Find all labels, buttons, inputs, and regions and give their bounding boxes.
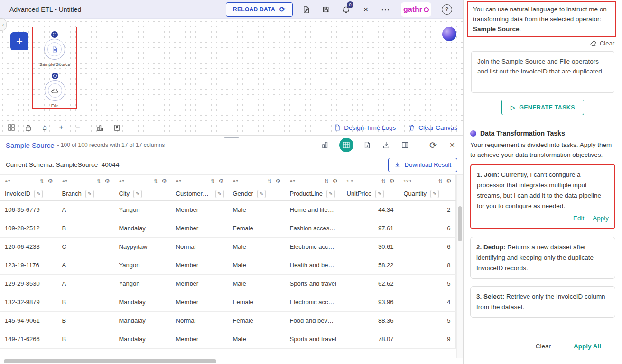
save-icon[interactable] <box>321 4 331 15</box>
edit-column-icon[interactable]: ✎ <box>34 190 43 198</box>
clear-tasks-button[interactable]: Clear <box>536 343 551 350</box>
horizontal-scrollbar-thumb[interactable] <box>4 359 216 363</box>
table-cell: Mandalay <box>114 330 171 348</box>
sort-icon[interactable]: ⇅ <box>438 178 443 184</box>
edit-column-icon[interactable]: ✎ <box>133 190 142 198</box>
edit-column-icon[interactable]: ✎ <box>430 190 439 198</box>
divider <box>419 140 419 150</box>
table-cell: Female <box>228 293 285 311</box>
add-operator-button[interactable]: + <box>10 32 28 50</box>
task-card-dedup: 2. Dedup: Returns a new dataset after id… <box>470 237 615 279</box>
help-icon[interactable]: ? <box>442 4 452 15</box>
preview-title: Sample Source <box>6 141 55 149</box>
more-options-icon[interactable]: ⋯ <box>381 4 391 15</box>
table-cell: Yangon <box>114 256 171 274</box>
table-cell: Member <box>171 219 228 237</box>
app-root: Advanced ETL - Untitled RELOAD DATA ⟳ 0 … <box>0 0 622 364</box>
download-schema-icon[interactable] <box>381 140 391 150</box>
apply-all-button[interactable]: Apply All <box>574 343 601 350</box>
download-data-icon[interactable] <box>362 140 372 150</box>
lock-icon[interactable] <box>23 123 33 132</box>
column-settings-icon[interactable]: ⚙ <box>276 178 281 184</box>
table-cell: Male <box>228 200 285 219</box>
generate-tasks-button[interactable]: ▷ GENERATE TASKS <box>501 100 584 115</box>
node-sample-source[interactable]: Sample Source <box>39 31 70 67</box>
pipeline-canvas[interactable]: ‹ + Sample Source <box>0 19 463 135</box>
zoom-out-icon[interactable]: − <box>73 123 83 132</box>
sort-icon[interactable]: ⇅ <box>211 178 215 184</box>
notifications-icon[interactable]: 0 <box>341 4 351 15</box>
intro-period: . <box>520 26 521 33</box>
document-icon <box>334 124 341 131</box>
table-cell: Member <box>171 256 228 274</box>
prompt-input[interactable]: Join the Sample Source and File operator… <box>471 51 614 93</box>
column-name: Gender <box>233 190 253 197</box>
table-cell: 9 <box>399 330 455 348</box>
task-apply-link[interactable]: Apply <box>593 213 609 224</box>
column-header: Branch✎ <box>57 187 114 200</box>
sort-icon[interactable]: ⇅ <box>381 178 386 184</box>
gathr-logo-text: gathr <box>403 5 422 14</box>
edit-column-icon[interactable]: ✎ <box>85 190 94 198</box>
close-icon[interactable]: × <box>361 4 371 15</box>
tasks-list: 1. Join: Currently, I can't configure a … <box>464 164 622 336</box>
generate-tasks-label: GENERATE TASKS <box>519 104 575 111</box>
home-icon[interactable]: ⌂ <box>40 123 49 132</box>
columns-icon[interactable] <box>400 140 410 150</box>
edit-column-icon[interactable]: ✎ <box>257 190 266 198</box>
task-edit-link[interactable]: Edit <box>573 213 584 224</box>
reload-data-button[interactable]: RELOAD DATA ⟳ <box>226 2 293 17</box>
sort-icon[interactable]: ⇅ <box>40 178 44 184</box>
task-card-select: 3. Select: Retrieve only the InvoiceID c… <box>470 286 615 318</box>
column-header-tools: 123⇅⚙ <box>399 175 455 187</box>
task-actions: Edit Apply <box>477 213 609 224</box>
clear-prompt-button[interactable]: Clear <box>464 38 622 49</box>
grid-view-icon[interactable] <box>7 123 16 132</box>
collapse-panel-tab[interactable]: ‹ <box>0 18 7 31</box>
assistant-avatar[interactable] <box>442 27 456 41</box>
chart-icon[interactable] <box>95 123 105 132</box>
horizontal-scrollbar[interactable] <box>0 358 463 364</box>
clear-canvas-link[interactable]: Clear Canvas <box>408 124 457 131</box>
table-cell: Member <box>171 330 228 348</box>
sort-icon[interactable]: ⇅ <box>154 178 158 184</box>
prompt-text: Join the Sample Source and File operator… <box>477 58 603 75</box>
table-cell: 44.34 <box>342 200 399 219</box>
column-settings-icon[interactable]: ⚙ <box>162 178 167 184</box>
zoom-in-icon[interactable]: + <box>56 123 66 132</box>
design-time-logs-link[interactable]: Design-Time Logs <box>334 124 396 131</box>
edit-document-icon[interactable] <box>301 4 311 15</box>
table-cell: Male <box>228 274 285 293</box>
column-settings-icon[interactable]: ⚙ <box>390 178 395 184</box>
column-name: InvoiceID <box>5 190 30 197</box>
preview-header: Sample Source - 100 of 100 records with … <box>0 136 463 155</box>
edit-column-icon[interactable]: ✎ <box>326 190 335 198</box>
sort-icon[interactable]: ⇅ <box>268 178 272 184</box>
table-view-icon[interactable] <box>339 138 353 152</box>
edit-column-icon[interactable]: ✎ <box>215 190 224 198</box>
bar-chart-view-icon[interactable] <box>320 140 331 150</box>
table-cell: 123-19-1176 <box>0 256 57 274</box>
edit-column-icon[interactable]: ✎ <box>375 190 384 198</box>
node-file[interactable]: File <box>45 73 65 108</box>
sort-icon[interactable]: ⇅ <box>325 178 329 184</box>
refresh-preview-icon[interactable]: ⟳ <box>428 140 438 150</box>
column-settings-icon[interactable]: ⚙ <box>333 178 338 184</box>
vertical-scrollbar-thumb[interactable] <box>458 206 462 241</box>
column-settings-icon[interactable]: ⚙ <box>219 178 224 184</box>
node-status-icon <box>51 31 58 38</box>
column-settings-icon[interactable]: ⚙ <box>105 178 110 184</box>
resize-handle[interactable] <box>224 136 239 138</box>
close-preview-icon[interactable]: × <box>447 140 457 150</box>
notes-icon[interactable] <box>112 123 121 132</box>
column-settings-icon[interactable]: ⚙ <box>48 178 53 184</box>
table-cell: 149-71-6266 <box>0 330 57 348</box>
column-settings-icon[interactable]: ⚙ <box>446 178 452 184</box>
sort-icon[interactable]: ⇅ <box>97 178 101 184</box>
vertical-scrollbar[interactable] <box>456 175 463 358</box>
task-card-join: 1. Join: Currently, I can't configure a … <box>470 164 615 229</box>
table-cell: 4 <box>399 293 455 311</box>
design-time-logs-label: Design-Time Logs <box>344 124 396 131</box>
column-type-label: Az <box>233 179 239 183</box>
download-result-button[interactable]: Download Result <box>388 158 457 172</box>
